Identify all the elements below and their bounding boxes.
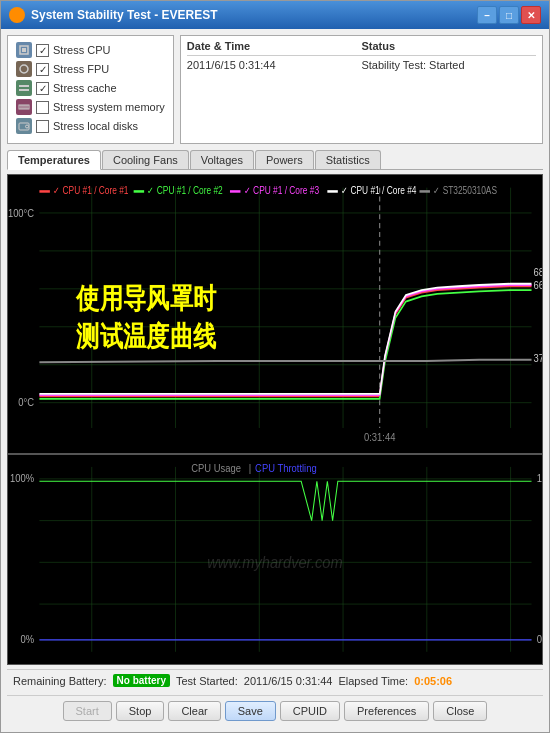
tab-voltages[interactable]: Voltages <box>190 150 254 169</box>
svg-text:✓ ST3250310AS: ✓ ST3250310AS <box>433 185 497 196</box>
svg-point-2 <box>20 65 28 73</box>
disk-icon <box>16 118 32 134</box>
info-col-datetime: Date & Time <box>187 40 362 52</box>
minimize-button[interactable]: – <box>477 6 497 24</box>
cpu-icon <box>16 42 32 58</box>
svg-rect-1 <box>22 48 26 52</box>
maximize-button[interactable]: □ <box>499 6 519 24</box>
info-status-value: Stability Test: Started <box>361 59 536 71</box>
remaining-battery-label: Remaining Battery: <box>13 675 107 687</box>
stress-disk-label: Stress local disks <box>53 120 138 132</box>
elapsed-time-label: Elapsed Time: <box>338 675 408 687</box>
bottom-status-bar: Remaining Battery: No battery Test Start… <box>7 669 543 691</box>
svg-text:www.myhardver.com: www.myhardver.com <box>207 554 342 572</box>
tab-statistics[interactable]: Statistics <box>315 150 381 169</box>
stress-cache-label: Stress cache <box>53 82 117 94</box>
info-col-status: Status <box>361 40 536 52</box>
svg-text:68: 68 <box>534 266 542 278</box>
memory-icon <box>16 99 32 115</box>
save-button[interactable]: Save <box>225 701 276 721</box>
svg-text:✓ CPU #1 / Core #4: ✓ CPU #1 / Core #4 <box>341 185 416 196</box>
elapsed-time-value: 0:05:06 <box>414 675 452 687</box>
cache-icon <box>16 80 32 96</box>
info-header: Date & Time Status <box>187 40 536 56</box>
stress-cache-item: Stress cache <box>16 80 165 96</box>
svg-text:0%: 0% <box>537 634 542 646</box>
window-title: System Stability Test - EVEREST <box>31 8 477 22</box>
stress-disk-item: Stress local disks <box>16 118 165 134</box>
svg-text:0%: 0% <box>21 634 35 646</box>
battery-value: No battery <box>113 674 170 687</box>
svg-rect-38 <box>230 190 240 193</box>
stress-fpu-item: Stress FPU <box>16 61 165 77</box>
svg-text:CPU Throttling: CPU Throttling <box>255 462 317 474</box>
chart-section: 100°C 0°C 使用导风罩时 测试温度曲线 <box>7 174 543 665</box>
svg-text:37: 37 <box>534 352 542 364</box>
info-row-0: 2011/6/15 0:31:44 Stability Test: Starte… <box>187 59 536 71</box>
svg-text:使用导风罩时: 使用导风罩时 <box>75 283 217 314</box>
fpu-icon <box>16 61 32 77</box>
svg-rect-12 <box>8 175 542 453</box>
close-button[interactable]: Close <box>433 701 487 721</box>
svg-text:测试温度曲线: 测试温度曲线 <box>76 320 218 352</box>
svg-text:✓ CPU #1 / Core #2: ✓ CPU #1 / Core #2 <box>147 185 222 196</box>
stress-memory-checkbox[interactable] <box>36 101 49 114</box>
preferences-button[interactable]: Preferences <box>344 701 429 721</box>
cpuid-button[interactable]: CPUID <box>280 701 340 721</box>
svg-text:100°C: 100°C <box>8 207 35 219</box>
clear-button[interactable]: Clear <box>168 701 220 721</box>
stress-fpu-checkbox[interactable] <box>36 63 49 76</box>
content-area: Stress CPU Stress FPU Stress cache <box>1 29 549 732</box>
button-bar: Start Stop Clear Save CPUID Preferences … <box>7 695 543 726</box>
stress-cpu-checkbox[interactable] <box>36 44 49 57</box>
start-button[interactable]: Start <box>63 701 112 721</box>
cpu-usage-chart: 100% 0% 100% 0% CPU Usage | CPU Throttli… <box>7 454 543 665</box>
top-section: Stress CPU Stress FPU Stress cache <box>7 35 543 144</box>
stress-memory-label: Stress system memory <box>53 101 165 113</box>
test-started-value: 2011/6/15 0:31:44 <box>244 675 333 687</box>
svg-rect-42 <box>419 190 429 193</box>
svg-rect-36 <box>134 190 144 193</box>
svg-rect-10 <box>19 123 29 130</box>
stop-button[interactable]: Stop <box>116 701 165 721</box>
title-bar-buttons: – □ ✕ <box>477 6 541 24</box>
svg-text:100%: 100% <box>10 473 34 485</box>
stress-panel: Stress CPU Stress FPU Stress cache <box>7 35 174 144</box>
svg-rect-3 <box>19 85 29 87</box>
svg-text:✓ CPU #1 / Core #1: ✓ CPU #1 / Core #1 <box>53 185 128 196</box>
stress-cpu-item: Stress CPU <box>16 42 165 58</box>
svg-text:100%: 100% <box>537 473 542 485</box>
tab-powers[interactable]: Powers <box>255 150 314 169</box>
svg-rect-40 <box>327 190 337 193</box>
test-started-label: Test Started: <box>176 675 238 687</box>
title-bar: System Stability Test - EVEREST – □ ✕ <box>1 1 549 29</box>
usage-chart-svg: 100% 0% 100% 0% CPU Usage | CPU Throttli… <box>8 455 542 664</box>
tab-cooling-fans[interactable]: Cooling Fans <box>102 150 189 169</box>
svg-text:CPU Usage: CPU Usage <box>191 462 241 474</box>
svg-text:✓ CPU #1 / Core #3: ✓ CPU #1 / Core #3 <box>244 185 319 196</box>
svg-rect-4 <box>19 89 29 91</box>
info-datetime-value: 2011/6/15 0:31:44 <box>187 59 362 71</box>
svg-text:66: 66 <box>534 279 542 291</box>
temperature-chart: 100°C 0°C 使用导风罩时 测试温度曲线 <box>7 174 543 454</box>
app-icon <box>9 7 25 23</box>
svg-text:0°C: 0°C <box>18 397 34 409</box>
window-close-button[interactable]: ✕ <box>521 6 541 24</box>
stress-memory-item: Stress system memory <box>16 99 165 115</box>
svg-text:|: | <box>249 462 251 474</box>
svg-rect-34 <box>39 190 49 193</box>
main-window: System Stability Test - EVEREST – □ ✕ St… <box>0 0 550 733</box>
temp-chart-svg: 100°C 0°C 使用导风罩时 测试温度曲线 <box>8 175 542 453</box>
info-panel: Date & Time Status 2011/6/15 0:31:44 Sta… <box>180 35 543 144</box>
stress-disk-checkbox[interactable] <box>36 120 49 133</box>
tab-bar: Temperatures Cooling Fans Voltages Power… <box>7 148 543 170</box>
tabs-section: Temperatures Cooling Fans Voltages Power… <box>7 148 543 170</box>
svg-text:0:31:44: 0:31:44 <box>364 431 396 443</box>
stress-cache-checkbox[interactable] <box>36 82 49 95</box>
tab-temperatures[interactable]: Temperatures <box>7 150 101 170</box>
svg-point-11 <box>26 125 29 128</box>
stress-cpu-label: Stress CPU <box>53 44 110 56</box>
stress-fpu-label: Stress FPU <box>53 63 109 75</box>
